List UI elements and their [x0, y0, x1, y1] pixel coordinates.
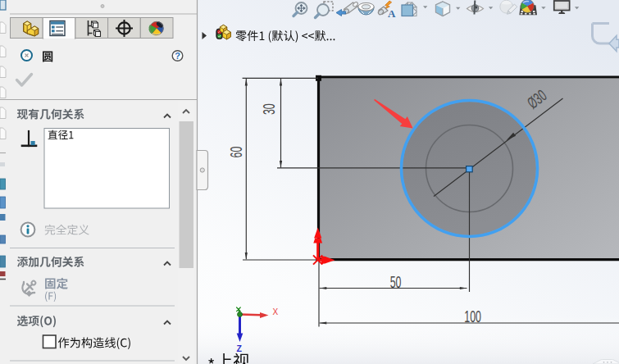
svg-text:100: 100	[464, 307, 481, 325]
svg-text:?: ?	[175, 51, 180, 61]
svg-text:30: 30	[260, 103, 279, 115]
svg-text:50: 50	[390, 273, 402, 292]
svg-text:60: 60	[227, 147, 246, 158]
svg-text:X: X	[273, 307, 279, 316]
svg-text:A: A	[388, 7, 396, 20]
svg-text:Z: Z	[237, 344, 243, 353]
